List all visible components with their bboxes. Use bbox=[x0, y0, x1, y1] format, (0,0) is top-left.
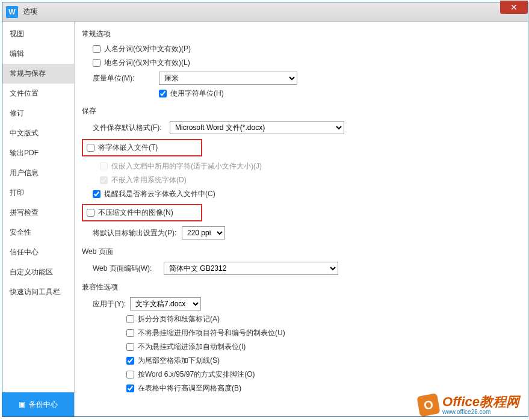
tail-underline-checkbox[interactable] bbox=[126, 357, 134, 365]
remind-cloud-label: 提醒我是否将云字体嵌入文件中(C) bbox=[104, 189, 215, 199]
highlight-embed-fonts: 将字体嵌入文件(T) bbox=[82, 139, 202, 156]
default-target-select[interactable]: 220 ppi bbox=[182, 226, 225, 239]
highlight-no-compress: 不压缩文件中的图像(N) bbox=[82, 204, 202, 221]
sidebar-item-file-location[interactable]: 文件位置 bbox=[2, 84, 74, 103]
web-encoding-label: Web 页面编码(W): bbox=[93, 264, 164, 274]
sidebar-item-spellcheck[interactable]: 拼写检查 bbox=[2, 203, 74, 223]
title-bar: W 选项 ✕ bbox=[2, 2, 528, 22]
sidebar-item-output-pdf[interactable]: 输出PDF bbox=[2, 143, 74, 163]
word6-endnote-label: 按Word 6.x/95/97的方式安排脚注(O) bbox=[138, 369, 255, 380]
use-char-unit-checkbox[interactable] bbox=[159, 90, 167, 97]
table-height-checkbox[interactable] bbox=[126, 384, 134, 392]
backup-icon: ▣ bbox=[19, 400, 25, 409]
backup-center-button[interactable]: ▣ 备份中心 bbox=[2, 392, 74, 416]
no-hang-indent-label: 不将悬挂缩进用作项目符号和编号的制表位(U) bbox=[138, 328, 285, 338]
watermark-logo-icon: O bbox=[416, 393, 440, 416]
sidebar: 视图 编辑 常规与保存 文件位置 修订 中文版式 输出PDF 用户信息 打印 拼… bbox=[2, 22, 75, 416]
sidebar-item-edit[interactable]: 编辑 bbox=[2, 44, 74, 64]
table-height-label: 在表格中将行高调至网格高度(B) bbox=[138, 383, 241, 394]
no-embed-system-checkbox bbox=[100, 176, 108, 184]
embed-only-used-label: 仅嵌入文档中所用的字符(适于减小文件大小)(J) bbox=[111, 161, 262, 171]
embed-only-used-checkbox bbox=[100, 162, 108, 170]
default-target-label: 将默认目标输出设置为(P): bbox=[93, 228, 182, 238]
unit-label: 度量单位(M): bbox=[93, 73, 159, 84]
unit-select[interactable]: 厘米 bbox=[159, 72, 297, 85]
web-encoding-select[interactable]: 简体中文 GB2312 bbox=[164, 262, 338, 275]
watermark-url: www.office26.com bbox=[442, 409, 519, 415]
sidebar-item-trust-center[interactable]: 信任中心 bbox=[2, 242, 74, 262]
sidebar-item-view[interactable]: 视图 bbox=[2, 24, 74, 44]
section-compat-title: 兼容性选项 bbox=[82, 282, 521, 292]
no-compress-img-checkbox[interactable] bbox=[87, 209, 94, 217]
place-name-split-checkbox[interactable] bbox=[93, 59, 101, 67]
sidebar-item-user-info[interactable]: 用户信息 bbox=[2, 163, 74, 183]
window-title: 选项 bbox=[23, 7, 37, 17]
no-auto-tab-checkbox[interactable] bbox=[126, 343, 134, 351]
no-compress-img-label: 不压缩文件中的图像(N) bbox=[98, 208, 173, 218]
section-general-title: 常规选项 bbox=[82, 29, 521, 39]
backup-label: 备份中心 bbox=[29, 400, 58, 410]
section-web-title: Web 页面 bbox=[82, 247, 521, 257]
sidebar-item-print[interactable]: 打印 bbox=[2, 183, 74, 203]
split-page-checkbox[interactable] bbox=[126, 315, 134, 323]
watermark: O Office教程网 www.office26.com bbox=[418, 395, 519, 415]
embed-fonts-checkbox[interactable] bbox=[87, 144, 94, 152]
person-name-split-checkbox[interactable] bbox=[93, 45, 101, 53]
default-format-label: 文件保存默认格式(F): bbox=[93, 123, 170, 133]
place-name-split-label: 地名分词(仅对中文有效)(L) bbox=[104, 58, 190, 68]
no-embed-system-label: 不嵌入常用系统字体(D) bbox=[111, 175, 187, 185]
split-page-label: 拆分分页符和段落标记(A) bbox=[138, 314, 220, 324]
section-save-title: 保存 bbox=[82, 106, 521, 116]
sidebar-item-security[interactable]: 安全性 bbox=[2, 223, 74, 242]
use-char-unit-label: 使用字符单位(H) bbox=[170, 88, 224, 99]
sidebar-item-revision[interactable]: 修订 bbox=[2, 103, 74, 123]
embed-fonts-label: 将字体嵌入文件(T) bbox=[98, 143, 158, 153]
word6-endnote-checkbox[interactable] bbox=[126, 371, 134, 378]
apply-to-select[interactable]: 文字文稿7.docx bbox=[130, 297, 201, 310]
watermark-text: Office教程网 bbox=[442, 395, 519, 409]
sidebar-item-custom-ribbon[interactable]: 自定义功能区 bbox=[2, 262, 74, 282]
default-format-select[interactable]: Microsoft Word 文件(*.docx) bbox=[170, 121, 344, 134]
sidebar-item-chinese-layout[interactable]: 中文版式 bbox=[2, 123, 74, 143]
remind-cloud-checkbox[interactable] bbox=[93, 190, 101, 198]
no-hang-indent-checkbox[interactable] bbox=[126, 329, 134, 337]
tail-underline-label: 为尾部空格添加下划线(S) bbox=[138, 356, 220, 366]
close-button[interactable]: ✕ bbox=[500, 1, 528, 14]
no-auto-tab-label: 不为悬挂式缩进添加自动制表位(I) bbox=[138, 342, 246, 352]
person-name-split-label: 人名分词(仅对中文有效)(P) bbox=[104, 44, 191, 54]
sidebar-item-general-save[interactable]: 常规与保存 bbox=[2, 64, 74, 84]
options-scroll-area[interactable]: 常规选项 人名分词(仅对中文有效)(P) 地名分词(仅对中文有效)(L) 度量单… bbox=[82, 26, 525, 412]
sidebar-item-quick-access[interactable]: 快速访问工具栏 bbox=[2, 282, 74, 302]
app-logo-icon: W bbox=[6, 6, 18, 18]
apply-to-label: 应用于(Y): bbox=[93, 299, 130, 309]
